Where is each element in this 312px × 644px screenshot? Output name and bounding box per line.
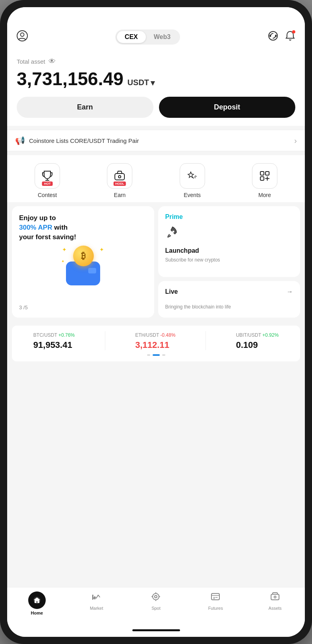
- svg-rect-17: [271, 594, 279, 600]
- asset-label-text: Total asset: [17, 58, 45, 65]
- apr-highlight: 300% APR: [19, 224, 52, 231]
- apr-card[interactable]: Enjoy up to 300% APR with your forst sav…: [12, 206, 154, 318]
- announcement-chevron: ›: [294, 136, 297, 145]
- eth-pair: ETH/USDT: [135, 332, 160, 338]
- nav-market[interactable]: Market: [85, 591, 109, 615]
- pagination: 3 /5: [19, 301, 147, 310]
- currency-dropdown-icon[interactable]: ▾: [151, 78, 155, 88]
- nav-item-events[interactable]: Events: [176, 163, 208, 198]
- dot-1: [147, 354, 150, 356]
- profile-button[interactable]: [17, 30, 28, 44]
- home-bar-line: [132, 629, 180, 631]
- status-bar: [7, 7, 305, 25]
- live-card[interactable]: Live → Bringing the blockchain into life: [158, 281, 300, 318]
- eth-price: 3,112.11: [135, 340, 175, 350]
- launchpad-title: Launchpad: [165, 247, 293, 254]
- notification-dot: [292, 30, 295, 33]
- svg-point-6: [118, 176, 121, 178]
- market-icon: [91, 591, 102, 604]
- nav-assets-label: Assets: [269, 606, 282, 611]
- apr-text: Enjoy up to 300% APR with your forst sav…: [19, 213, 147, 242]
- svg-rect-16: [211, 593, 219, 600]
- ticker-row: BTC/USDT +0.76% 91,953.41 ETH/USDT -0.48…: [18, 331, 294, 350]
- action-buttons: Earn Deposit: [17, 97, 295, 118]
- nav-home[interactable]: Home: [25, 591, 49, 615]
- btc-change: +0.76%: [58, 332, 75, 338]
- nav-item-more[interactable]: More: [249, 163, 281, 198]
- svg-rect-4: [275, 35, 277, 37]
- ticker-divider-1: [105, 331, 105, 350]
- announcement-text: Coinstore Lists CORE/USDT Trading Pair: [29, 137, 139, 144]
- svg-point-15: [155, 595, 157, 598]
- svg-rect-3: [269, 35, 271, 37]
- support-button[interactable]: [267, 30, 279, 44]
- rocket-icon: [165, 225, 293, 242]
- more-icon-box: [252, 163, 277, 189]
- btc-pair: BTC/USDT: [33, 332, 58, 338]
- deposit-button[interactable]: Deposit: [159, 97, 296, 118]
- nav-home-label: Home: [31, 611, 43, 615]
- live-title-row: Live →: [165, 288, 293, 295]
- wallet-illustration: ✦ ✦ ₿ ✦: [19, 242, 147, 285]
- earn-button[interactable]: Earn: [17, 97, 153, 118]
- events-label: Events: [184, 192, 201, 198]
- announcement-banner[interactable]: 📢 Coinstore Lists CORE/USDT Trading Pair…: [7, 130, 305, 151]
- svg-rect-12: [92, 595, 93, 599]
- svg-rect-5: [115, 174, 124, 180]
- header: CEX Web3: [7, 25, 305, 51]
- nav-item-earn[interactable]: HODL Earn: [104, 163, 136, 198]
- svg-point-14: [153, 593, 159, 600]
- spacer: [7, 365, 305, 587]
- ubit-price: 0.109: [236, 340, 279, 350]
- svg-rect-13: [94, 596, 95, 599]
- spot-icon: [151, 591, 161, 604]
- currency-label: USDT: [128, 78, 149, 87]
- prime-label: Prime: [165, 213, 293, 221]
- live-arrow: →: [287, 288, 293, 295]
- contest-icon-box: HOT: [35, 163, 60, 189]
- total-amount: 3,731,156.49 USDT ▾: [17, 68, 295, 90]
- tab-cex[interactable]: CEX: [117, 31, 146, 43]
- btc-price: 91,953.41: [33, 340, 75, 350]
- phone-screen: CEX Web3: [7, 7, 305, 637]
- ticker-eth[interactable]: ETH/USDT -0.48% 3,112.11: [135, 331, 175, 350]
- svg-rect-9: [260, 177, 264, 180]
- live-title: Live: [165, 288, 178, 295]
- assets-icon: [270, 591, 280, 604]
- amount-currency: USDT ▾: [128, 78, 155, 88]
- phone-frame: CEX Web3: [0, 0, 312, 644]
- coin-icon: ₿: [73, 246, 94, 266]
- nav-futures[interactable]: Futures: [203, 591, 227, 615]
- sparkle-2: ✦: [99, 246, 104, 253]
- ticker-ubit[interactable]: UBIT/USDT +0.92% 0.109: [236, 331, 279, 350]
- notification-button[interactable]: [285, 30, 295, 44]
- asset-section: Total asset 👁 3,731,156.49 USDT ▾ Earn D…: [7, 51, 305, 126]
- live-desc: Bringing the blockchain into life: [165, 304, 293, 310]
- dot-2: [153, 354, 160, 356]
- nav-market-label: Market: [90, 606, 103, 611]
- ubit-change: +0.92%: [262, 332, 279, 338]
- ubit-pair: UBIT/USDT: [236, 332, 262, 338]
- ticker-pagination-dots: [18, 354, 294, 356]
- header-icons: [267, 30, 295, 44]
- svg-rect-7: [260, 172, 264, 175]
- tab-web3[interactable]: Web3: [146, 31, 178, 43]
- futures-icon: [210, 591, 221, 604]
- nav-item-contest[interactable]: HOT Contest: [31, 163, 63, 198]
- amount-value: 3,731,156.49: [17, 68, 124, 90]
- eth-change: -0.48%: [160, 332, 175, 338]
- apr-line2: with: [54, 224, 68, 231]
- svg-point-1: [21, 33, 24, 37]
- launchpad-card[interactable]: Prime Launchpad Subscribe for new crypto…: [158, 206, 300, 277]
- contest-hot-badge: HOT: [42, 181, 53, 186]
- ticker-btc[interactable]: BTC/USDT +0.76% 91,953.41: [33, 331, 75, 350]
- nav-spot[interactable]: Spot: [144, 591, 168, 615]
- nav-spot-label: Spot: [151, 606, 161, 611]
- home-icon: [28, 591, 46, 609]
- announcement-content: 📢 Coinstore Lists CORE/USDT Trading Pair: [15, 136, 139, 145]
- total-asset-label: Total asset 👁: [17, 57, 295, 66]
- eye-icon[interactable]: 👁: [48, 57, 56, 66]
- sparkle-3: ✦: [61, 259, 64, 263]
- quick-nav: HOT Contest HODL Earn: [7, 155, 305, 202]
- nav-assets[interactable]: Assets: [263, 591, 287, 615]
